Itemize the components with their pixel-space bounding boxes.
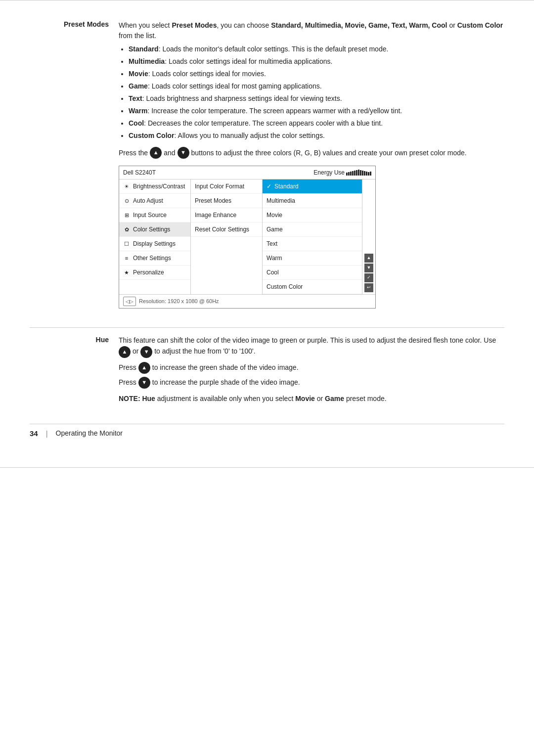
nav-down-button[interactable]: ▼ [364, 264, 373, 272]
list-item-cool: Cool: Decreases the color temperature. T… [129, 118, 504, 129]
note-movie: Movie [295, 395, 315, 402]
right-item-custom-color[interactable]: Custom Color [263, 280, 362, 294]
sidebar-input-label: Input Source [133, 211, 167, 220]
energy-label: Energy Use [313, 168, 345, 177]
hue-row: Hue This feature can shift the color of … [30, 335, 504, 404]
page-footer: 34 | Operating the Monitor [30, 424, 504, 438]
nav-up-button[interactable]: ▲ [364, 254, 373, 263]
right-item-game[interactable]: Game [263, 222, 362, 237]
hue-up-icon[interactable]: ▲ [119, 346, 131, 358]
nav-back-button[interactable]: ↩ [364, 283, 373, 292]
sidebar-personalize-label: Personalize [133, 268, 164, 277]
monitor-footer: ◁▷ Resolution: 1920 x 1080 @ 60Hz [119, 294, 375, 308]
hue-section: Hue This feature can shift the color of … [30, 327, 504, 404]
sidebar-other-label: Other Settings [133, 254, 171, 263]
auto-adjust-icon: ⊙ [123, 197, 130, 205]
sidebar-auto-label: Auto Adjust [133, 196, 163, 205]
hue-label: Hue [30, 335, 109, 404]
right-item-cool[interactable]: Cool [263, 266, 362, 280]
custom-color-bold: Custom Color [457, 21, 503, 29]
right-item-multimedia[interactable]: Multimedia [263, 194, 362, 208]
energy-bar: Energy Use [313, 168, 371, 177]
modes-list-bold: Standard, Multimedia, Movie, Game, Text,… [271, 21, 447, 29]
monitor-ui: Dell S2240T Energy Use [119, 166, 376, 309]
footer-label: Operating the Monitor [56, 429, 123, 437]
footer-pipe: | [46, 429, 48, 438]
sidebar-item-display-settings[interactable]: ☐ Display Settings [119, 237, 190, 251]
input-source-icon: ⊞ [123, 211, 130, 220]
monitor-title: Dell S2240T [123, 168, 156, 177]
monitor-body: ☀ Brightness/Contrast ⊙ Auto Adjust ⊞ In… [119, 179, 375, 294]
hue-paragraph1: This feature can shift the color of the … [119, 335, 504, 358]
note-bold-prefix: NOTE: Hue [119, 395, 155, 402]
press-up-btn[interactable]: ▲ [138, 362, 150, 374]
up-button-icon[interactable]: ▲ [150, 147, 162, 159]
page-content: Preset Modes When you select Preset Mode… [0, 0, 534, 468]
energy-bars [346, 170, 371, 176]
content-section: Preset Modes When you select Preset Mode… [30, 20, 504, 404]
monitor-logo: ◁▷ [123, 297, 136, 306]
preset-modes-bold: Preset Modes [172, 21, 217, 29]
right-item-movie[interactable]: Movie [263, 208, 362, 222]
list-item-custom: Custom Color: Allows you to manually adj… [129, 131, 504, 141]
middle-item-preset-modes[interactable]: Preset Modes [191, 194, 262, 208]
right-item-text[interactable]: Text [263, 237, 362, 251]
sidebar-item-brightness[interactable]: ☀ Brightness/Contrast [119, 179, 190, 194]
list-item-text: Text: Loads brightness and sharpness set… [129, 93, 504, 104]
right-menu: ✓ Standard Multimedia Movie Game [263, 179, 362, 294]
hue-down-icon[interactable]: ▼ [140, 346, 152, 358]
hue-content: This feature can shift the color of the … [119, 335, 504, 404]
list-item-game: Game: Loads color settings ideal for mos… [129, 81, 504, 91]
list-item-multimedia: Multimedia: Loads color settings ideal f… [129, 56, 504, 67]
display-settings-icon: ☐ [123, 240, 130, 248]
preset-modes-title: Preset Modes [64, 20, 109, 28]
brightness-icon: ☀ [123, 182, 130, 191]
sidebar-item-personalize[interactable]: ★ Personalize [119, 266, 190, 280]
list-item-standard: Standard: Loads the monitor's default co… [129, 44, 504, 54]
press-down-row: Press ▼ to increase the purple shade of … [119, 377, 504, 389]
list-item-movie: Movie: Loads color settings ideal for mo… [129, 69, 504, 79]
preset-modes-row: Preset Modes When you select Preset Mode… [30, 20, 504, 313]
monitor-header: Dell S2240T Energy Use [119, 166, 375, 179]
page-number: 34 [30, 429, 38, 438]
sidebar-menu: ☀ Brightness/Contrast ⊙ Auto Adjust ⊞ In… [119, 179, 191, 294]
right-item-warm[interactable]: Warm [263, 251, 362, 266]
personalize-icon: ★ [123, 268, 130, 277]
sidebar-brightness-label: Brightness/Contrast [133, 182, 185, 191]
sidebar-item-other-settings[interactable]: ≡ Other Settings [119, 251, 190, 266]
press-buttons-line: Press the ▲ and ▼ buttons to adjust the … [119, 147, 504, 159]
nav-buttons: ▲ ▼ ✓ ↩ [362, 179, 375, 294]
list-item-warm: Warm: Increase the color temperature. Th… [129, 106, 504, 116]
resolution-text: Resolution: 1920 x 1080 @ 60Hz [139, 297, 219, 306]
down-button-icon[interactable]: ▼ [178, 147, 189, 159]
middle-item-reset-color[interactable]: Reset Color Settings [191, 222, 262, 237]
sidebar-display-label: Display Settings [133, 239, 176, 248]
preset-modes-label: Preset Modes [30, 20, 109, 313]
sidebar-item-auto-adjust[interactable]: ⊙ Auto Adjust [119, 194, 190, 208]
preset-modes-intro: When you select Preset Modes, you can ch… [119, 20, 504, 41]
preset-modes-list: Standard: Loads the monitor's default co… [129, 44, 504, 141]
middle-item-image-enhance[interactable]: Image Enhance [191, 208, 262, 222]
sidebar-item-input-source[interactable]: ⊞ Input Source [119, 208, 190, 222]
check-icon: ✓ [267, 182, 271, 191]
note-line: NOTE: Hue adjustment is available only w… [119, 394, 504, 404]
other-settings-icon: ≡ [123, 254, 130, 263]
press-up-row: Press ▲ to increase the green shade of t… [119, 362, 504, 374]
middle-menu: Input Color Format Preset Modes Image En… [191, 179, 263, 294]
color-settings-icon: ✿ [123, 225, 130, 234]
preset-modes-content: When you select Preset Modes, you can ch… [119, 20, 504, 313]
right-item-standard[interactable]: ✓ Standard [263, 179, 362, 194]
nav-ok-button[interactable]: ✓ [364, 273, 373, 282]
sidebar-item-color-settings[interactable]: ✿ Color Settings [119, 222, 190, 237]
press-down-btn[interactable]: ▼ [138, 377, 150, 389]
note-game: Game [325, 395, 344, 402]
middle-item-input-color[interactable]: Input Color Format [191, 179, 262, 194]
sidebar-color-label: Color Settings [133, 225, 170, 234]
